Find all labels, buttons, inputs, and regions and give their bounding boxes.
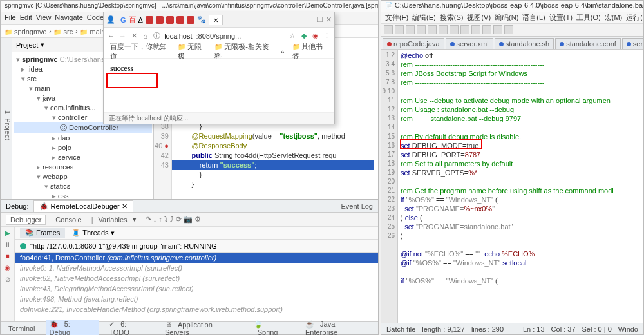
npp-tab[interactable]: standalone.conf xyxy=(555,38,621,49)
back-icon[interactable]: ← xyxy=(108,32,115,40)
tree-webapp[interactable]: webapp xyxy=(14,172,152,182)
npp-menu-tools[interactable]: 工具(O) xyxy=(576,13,601,23)
bookmark-folder[interactable]: 无限极-相关资料 xyxy=(214,42,272,61)
npp-menu-edit[interactable]: 编辑(E) xyxy=(412,13,436,23)
crumb-main[interactable]: main xyxy=(80,28,105,35)
tab-icon[interactable] xyxy=(156,16,164,24)
home-icon[interactable]: ⌂ xyxy=(142,32,149,40)
npp-menu-file[interactable]: 文件(F) xyxy=(385,13,408,23)
menu-file[interactable]: File xyxy=(5,14,16,23)
tab-paw-icon[interactable]: 🐾 xyxy=(197,15,206,24)
tab-icon[interactable] xyxy=(187,16,194,24)
crumb-root[interactable]: springmvc xyxy=(5,28,46,35)
step-icons[interactable]: ↷ ↓ ↑ ⤵ ⤴ ⟳ 📷 ⚙ xyxy=(146,215,201,224)
bicon-baidu[interactable]: 百 xyxy=(129,15,136,24)
npp-gutter[interactable]: 1 2 3 4 5 6 7 8 9 10 11 12 13 14 15 16 1… xyxy=(381,50,398,323)
tree-css[interactable]: css xyxy=(14,191,152,199)
tree-service[interactable]: service xyxy=(14,153,152,162)
menu-code[interactable]: Code xyxy=(87,14,104,23)
toolbar-btn[interactable] xyxy=(450,25,459,34)
tab-terminal[interactable]: Terminal xyxy=(5,324,39,333)
tree-resources[interactable]: resources xyxy=(14,162,152,172)
url-input[interactable] xyxy=(196,32,285,40)
npp-tab[interactable]: server.xml xyxy=(446,38,493,49)
shield-icon[interactable]: ◆ xyxy=(300,32,308,40)
mute-bp-icon[interactable]: ⊘ xyxy=(3,276,12,285)
tab-debugger[interactable]: Debugger xyxy=(6,215,46,225)
toolbar-btn[interactable] xyxy=(460,25,469,34)
npp-menubar[interactable]: 文件(F) 编辑(E) 搜索(S) 视图(V) 编码(N) 语言(L) 设置(T… xyxy=(381,12,643,24)
project-dropdown[interactable]: Project xyxy=(16,41,38,49)
tab-console[interactable]: Console xyxy=(51,215,86,225)
threads-tab[interactable]: 🧵 Threads ▾ xyxy=(71,229,114,237)
debug-config-tab[interactable]: 🐞 RemoteLocalDebuger ✕ xyxy=(33,200,133,212)
frame-row[interactable]: invoke:498, Method (java.lang.reflect) xyxy=(15,294,378,304)
npp-menu-view[interactable]: 视图(V) xyxy=(467,13,491,23)
frames-threads-bar[interactable]: 📚 Frames 🧵 Threads ▾ xyxy=(15,227,378,240)
star-icon[interactable]: ☆ xyxy=(289,32,297,40)
ide-statusbar[interactable]: Terminal 🐞 5: Debug ✓ 6: TODO 🖥 Applicat… xyxy=(1,321,378,334)
tab-icon[interactable] xyxy=(166,16,174,24)
tab-javaee[interactable]: ☕ Java Enterprise xyxy=(301,320,374,335)
menu-icon[interactable]: ⋮ xyxy=(323,32,330,40)
max-icon[interactable]: ☐ xyxy=(317,15,323,24)
frame-row[interactable]: doInvoke:221, InvocableHandlerMethod (or… xyxy=(15,304,378,314)
resume-icon[interactable]: ▶ xyxy=(3,229,12,238)
tab-debug[interactable]: 🐞 5: Debug xyxy=(46,320,99,335)
bookmarks-bar[interactable]: 百度一下，你就知道 无限极 无限极-相关资料 » 其他书签 xyxy=(104,44,334,59)
toolbar-btn[interactable] xyxy=(406,25,415,34)
menu-view[interactable]: View xyxy=(36,14,52,23)
view-bp-icon[interactable]: ◉ xyxy=(3,264,12,273)
rail-project[interactable]: 1: Project xyxy=(4,110,12,140)
frames-tab[interactable]: 📚 Frames xyxy=(20,228,65,238)
breakpoint-line[interactable]: return "success"; xyxy=(172,160,374,170)
frame-row[interactable]: invoke:62, NativeMethodAccessorImpl (sun… xyxy=(15,273,378,283)
event-log-tab[interactable]: Event Log xyxy=(341,202,373,210)
npp-tab[interactable]: standalone.sh xyxy=(495,38,554,49)
npp-tabbar[interactable]: repoCode.java server.xml standalone.sh s… xyxy=(381,37,643,50)
stop-icon[interactable]: ■ xyxy=(3,253,12,262)
npp-tab[interactable]: repoCode.java xyxy=(383,38,444,49)
toolbar-btn[interactable] xyxy=(482,25,491,34)
active-tab[interactable]: ✕ xyxy=(209,15,223,25)
toolbar-btn[interactable] xyxy=(493,25,502,34)
npp-editor[interactable]: 1 2 3 4 5 6 7 8 9 10 11 12 13 14 15 16 1… xyxy=(381,50,643,323)
bookmark-folder[interactable]: 无限极 xyxy=(178,42,207,61)
frame-row[interactable]: invoke:43, DelegatingMethodAccessorImpl … xyxy=(15,283,378,294)
toolbar-btn[interactable] xyxy=(417,25,426,34)
debug-leftbar[interactable]: ▶ ⏸ ■ ◉ ⊘ xyxy=(1,227,15,321)
npp-menu-settings[interactable]: 设置(T) xyxy=(549,13,573,23)
variables-label[interactable]: Variables xyxy=(99,216,128,224)
ext-icon[interactable]: ◉ xyxy=(312,32,319,40)
tab-appservers[interactable]: 🖥 Application Servers xyxy=(161,320,243,336)
debug-title[interactable]: Debug: 🐞 RemoteLocalDebuger ✕ Event Log xyxy=(1,200,378,213)
tab-icon[interactable] xyxy=(146,16,153,24)
npp-code[interactable]: @echo off rem --------------------------… xyxy=(398,50,643,323)
npp-menu-encoding[interactable]: 编码(N) xyxy=(495,13,518,23)
menu-navigate[interactable]: Navigate xyxy=(55,14,82,23)
bicon-g[interactable]: G xyxy=(120,16,126,24)
bookmark[interactable]: 百度一下，你就知道 xyxy=(110,42,170,61)
bicon-o[interactable]: Δ xyxy=(138,16,143,24)
crumb-src[interactable]: src xyxy=(53,28,73,35)
toolbar-btn[interactable] xyxy=(439,25,448,34)
debug-thread-status[interactable]: "http-/127.0.0.1:8080-1"@9,439 in group … xyxy=(15,240,378,253)
npp-tab[interactable]: server_log xyxy=(622,38,643,49)
debug-toolbar[interactable]: Debugger Console | Variables▾ ↷ ↓ ↑ ⤵ ⤴ … xyxy=(1,213,378,227)
toolbar-btn[interactable] xyxy=(504,25,513,34)
stack-frames[interactable]: foo4dd:41, DemoController (com.infinitus… xyxy=(15,253,378,321)
toolbar-btn[interactable] xyxy=(395,25,404,34)
frame-row[interactable]: foo4dd:41, DemoController (com.infinitus… xyxy=(15,253,378,263)
npp-menu-run[interactable]: 运行(R) xyxy=(626,13,643,23)
toolbar-btn[interactable] xyxy=(471,25,480,34)
tree-statics[interactable]: statics xyxy=(14,182,152,191)
npp-toolbar[interactable] xyxy=(381,24,643,37)
frame-row[interactable]: invoke0:-1, NativeMethodAccessorImpl (su… xyxy=(15,263,378,273)
npp-menu-lang[interactable]: 语言(L) xyxy=(522,13,545,23)
close-icon[interactable]: ✕ xyxy=(326,15,332,24)
tree-dao[interactable]: dao xyxy=(14,133,152,143)
npp-menu-macro[interactable]: 宏(M) xyxy=(605,13,623,23)
tab-spring[interactable]: 🍃 Spring xyxy=(250,320,295,335)
min-icon[interactable]: — xyxy=(307,16,314,24)
ide-leftrail[interactable]: 1: Project 7: Structure xyxy=(1,38,12,199)
